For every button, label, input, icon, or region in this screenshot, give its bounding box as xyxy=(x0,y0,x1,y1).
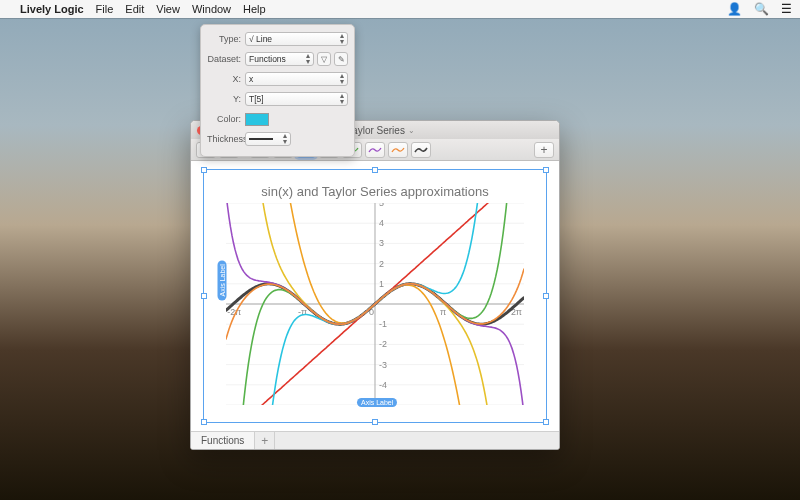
sheet-tabbar: Functions + xyxy=(191,431,559,449)
svg-text:-2: -2 xyxy=(379,339,387,349)
series-button-8[interactable] xyxy=(411,142,431,158)
add-button[interactable]: + xyxy=(534,142,554,158)
canvas[interactable]: sin(x) and Taylor Series approximations … xyxy=(191,161,559,431)
svg-text:2: 2 xyxy=(379,259,384,269)
menu-view[interactable]: View xyxy=(156,3,180,15)
list-icon[interactable]: ☰ xyxy=(781,2,792,16)
color-swatch[interactable] xyxy=(245,113,269,126)
svg-text:3: 3 xyxy=(379,238,384,248)
resize-handle[interactable] xyxy=(543,419,549,425)
series-inspector-popover: Type: √ Line▴▾ Dataset: Functions▴▾ ▽ ✎ … xyxy=(200,24,355,157)
x-axis-label-pill[interactable]: Axis Label xyxy=(357,398,397,407)
system-menubar: Lively Logic File Edit View Window Help … xyxy=(0,0,800,18)
svg-text:5: 5 xyxy=(379,203,384,208)
chevron-down-icon[interactable]: ⌄ xyxy=(408,126,415,135)
resize-handle[interactable] xyxy=(201,167,207,173)
menu-help[interactable]: Help xyxy=(243,3,266,15)
dataset-select[interactable]: Functions▴▾ xyxy=(245,52,314,66)
x-select[interactable]: x▴▾ xyxy=(245,72,348,86)
selection-box[interactable]: sin(x) and Taylor Series approximations … xyxy=(203,169,547,423)
resize-handle[interactable] xyxy=(201,419,207,425)
type-select[interactable]: √ Line▴▾ xyxy=(245,32,348,46)
chart-plot: -5-4-3-2-112345-2π-π0π2π xyxy=(226,203,524,405)
series-button-6[interactable] xyxy=(365,142,385,158)
chart: sin(x) and Taylor Series approximations … xyxy=(226,184,524,406)
add-sheet-button[interactable]: + xyxy=(255,432,275,449)
menu-file[interactable]: File xyxy=(96,3,114,15)
window-title: Taylor Series xyxy=(347,125,405,136)
svg-text:-3: -3 xyxy=(379,360,387,370)
type-label: Type: xyxy=(207,34,245,44)
resize-handle[interactable] xyxy=(201,293,207,299)
svg-text:-4: -4 xyxy=(379,380,387,390)
user-icon[interactable]: 👤 xyxy=(727,2,742,16)
resize-handle[interactable] xyxy=(372,167,378,173)
chevron-down-icon: ▾ xyxy=(340,39,344,45)
menu-window[interactable]: Window xyxy=(192,3,231,15)
color-label: Color: xyxy=(207,114,245,124)
x-label: X: xyxy=(207,74,245,84)
thickness-label: Thickness: xyxy=(207,134,245,144)
resize-handle[interactable] xyxy=(543,293,549,299)
resize-handle[interactable] xyxy=(372,419,378,425)
y-axis-label-pill[interactable]: Axis Label xyxy=(218,260,227,300)
y-select[interactable]: T[5]▴▾ xyxy=(245,92,348,106)
thickness-select[interactable]: ▴▾ xyxy=(245,132,291,146)
action-icon[interactable]: ✎ xyxy=(334,52,348,66)
series-button-7[interactable] xyxy=(388,142,408,158)
app-menu[interactable]: Lively Logic xyxy=(20,3,84,15)
dataset-label: Dataset: xyxy=(207,54,245,64)
svg-text:π: π xyxy=(440,307,446,317)
chart-title: sin(x) and Taylor Series approximations xyxy=(226,184,524,199)
y-label: Y: xyxy=(207,94,245,104)
document-window: ▤ Taylor Series ⌄ 🎨 A + sin(x) xyxy=(190,120,560,450)
menu-edit[interactable]: Edit xyxy=(125,3,144,15)
resize-handle[interactable] xyxy=(543,167,549,173)
svg-text:-1: -1 xyxy=(379,319,387,329)
svg-text:4: 4 xyxy=(379,218,384,228)
search-icon[interactable]: 🔍 xyxy=(754,2,769,16)
svg-text:1: 1 xyxy=(379,279,384,289)
sheet-tab-functions[interactable]: Functions xyxy=(191,432,255,449)
filter-icon[interactable]: ▽ xyxy=(317,52,331,66)
